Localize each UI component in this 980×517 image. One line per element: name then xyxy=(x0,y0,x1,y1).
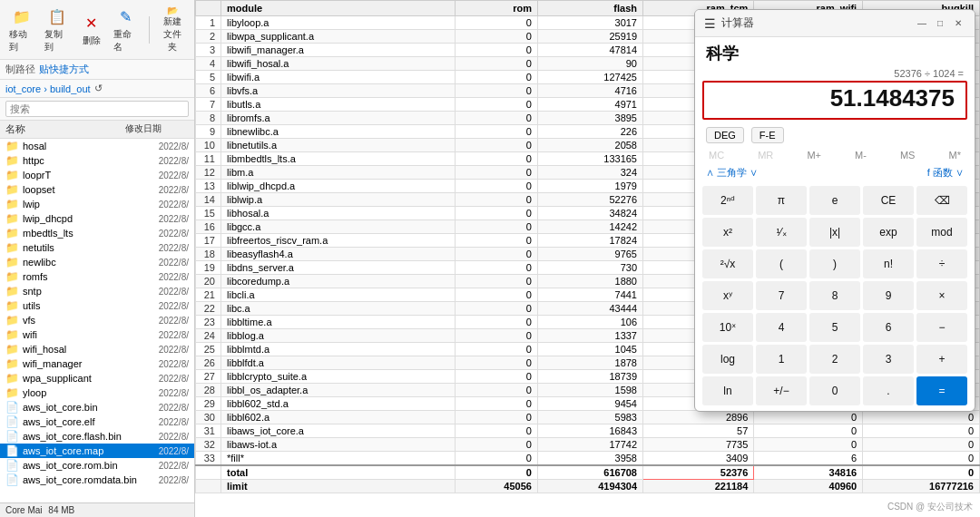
calc-btn-ln[interactable]: ln xyxy=(702,376,753,405)
table-cell: 1880 xyxy=(537,275,642,288)
table-cell: 9765 xyxy=(537,248,642,261)
calc-btn-[interactable]: ⌫ xyxy=(916,186,967,215)
calc-btn-[interactable]: + xyxy=(916,345,967,374)
calc-btn-10[interactable]: 10ˣ xyxy=(702,313,753,342)
mc-button[interactable]: MC xyxy=(706,149,727,161)
search-input[interactable] xyxy=(5,101,189,117)
table-cell: 2058 xyxy=(537,139,642,152)
mplus-button[interactable]: M+ xyxy=(804,149,824,161)
refresh-icon[interactable]: ↺ xyxy=(94,83,103,94)
calc-btn-[interactable]: ¹⁄ₓ xyxy=(756,218,807,247)
calc-btn-x[interactable]: x² xyxy=(702,218,753,247)
calc-btn-[interactable]: ) xyxy=(809,249,860,278)
trig-link[interactable]: ∧ 三角学 ∨ xyxy=(706,166,758,180)
list-item[interactable]: 📄 aws_iot_core.rom.bin 2022/8/ xyxy=(0,458,194,473)
list-item[interactable]: 📄 aws_iot_core.bin 2022/8/ xyxy=(0,400,194,415)
calc-btn-7[interactable]: 7 xyxy=(756,281,807,310)
calc-btn-8[interactable]: 8 xyxy=(809,281,860,310)
file-date: 2022/8/ xyxy=(139,301,189,311)
calc-btn-4[interactable]: 4 xyxy=(756,313,807,342)
list-item[interactable]: 📁 vfs 2022/8/ xyxy=(0,313,194,327)
table-cell: 0 xyxy=(456,71,538,84)
breadcrumb-path[interactable]: iot_core › build_out xyxy=(5,83,91,94)
table-cell: 17 xyxy=(196,234,221,248)
new-folder-button[interactable]: 📂 新建文件夹 xyxy=(157,4,189,55)
list-item[interactable]: 📁 yloop 2022/8/ xyxy=(0,385,194,400)
calc-btn-3[interactable]: 3 xyxy=(863,345,914,374)
file-date: 2022/8/ xyxy=(139,417,189,427)
table-cell: 0 xyxy=(863,452,980,466)
total-row: total061670852376348160 xyxy=(196,465,980,480)
list-item[interactable]: 📁 wifi 2022/8/ xyxy=(0,327,194,342)
path-row: 制路径 贴快捷方式 xyxy=(0,60,194,80)
move-button[interactable]: 📁 移动到 xyxy=(5,5,37,55)
close-button[interactable]: ✕ xyxy=(951,16,965,31)
list-item[interactable]: 📁 utils 2022/8/ xyxy=(0,298,194,313)
rename-button[interactable]: ✎ 重命名 xyxy=(110,5,142,55)
calc-btn-[interactable]: . xyxy=(863,376,914,405)
list-item[interactable]: 📁 httpc 2022/8/ xyxy=(0,153,194,168)
total-cell: 0 xyxy=(863,465,980,480)
table-row: 32libaws-iot.a017742773500 xyxy=(196,438,980,452)
list-item[interactable]: 📁 netutils 2022/8/ xyxy=(0,240,194,255)
mr-button[interactable]: MR xyxy=(755,149,776,161)
list-item[interactable]: 📁 loopset 2022/8/ xyxy=(0,182,194,197)
calc-btn-[interactable]: π xyxy=(756,186,807,215)
table-cell: libhosal.a xyxy=(221,207,456,220)
list-item[interactable]: 📄 aws_iot_core.flash.bin 2022/8/ xyxy=(0,429,194,444)
calc-btn-x[interactable]: ²√x xyxy=(702,249,753,278)
calc-btn-[interactable]: = xyxy=(916,376,967,405)
calc-btn-n[interactable]: n! xyxy=(863,249,914,278)
deg-button[interactable]: DEG xyxy=(706,127,744,143)
calc-btn-6[interactable]: 6 xyxy=(863,313,914,342)
calc-btn-[interactable]: ÷ xyxy=(916,249,967,278)
list-item[interactable]: 📁 wifi_hosal 2022/8/ xyxy=(0,342,194,356)
calc-btn-1[interactable]: 1 xyxy=(756,345,807,374)
list-item[interactable]: 📄 aws_iot_core.romdata.bin 2022/8/ xyxy=(0,473,194,487)
table-cell: 31 xyxy=(196,424,221,438)
minimize-button[interactable]: — xyxy=(915,16,929,31)
ms-button[interactable]: MS xyxy=(897,149,918,161)
delete-button[interactable]: ✕ 删除 xyxy=(77,11,106,49)
list-item[interactable]: 📁 mbedtls_lts 2022/8/ xyxy=(0,226,194,240)
list-item[interactable]: 📁 romfs 2022/8/ xyxy=(0,269,194,284)
copy-button[interactable]: 📋 复制到 xyxy=(41,5,73,55)
table-cell: 11 xyxy=(196,152,221,166)
list-item[interactable]: 📄 aws_iot_core.elf 2022/8/ xyxy=(0,415,194,429)
calc-btn-[interactable]: − xyxy=(916,313,967,342)
fe-button[interactable]: F-E xyxy=(751,127,784,143)
calc-btn-[interactable]: +/− xyxy=(756,376,807,405)
mminus-button[interactable]: M- xyxy=(852,149,869,161)
calc-btn-e[interactable]: e xyxy=(809,186,860,215)
calc-btn-2[interactable]: 2 xyxy=(809,345,860,374)
file-date: 2022/8/ xyxy=(139,403,189,413)
list-item[interactable]: 📁 lwip 2022/8/ xyxy=(0,197,194,211)
maximize-button[interactable]: □ xyxy=(933,16,947,31)
calc-btn-x[interactable]: |x| xyxy=(809,218,860,247)
calc-btn-5[interactable]: 5 xyxy=(809,313,860,342)
list-item[interactable]: 📁 sntp 2022/8/ xyxy=(0,284,194,298)
mstar-button[interactable]: M* xyxy=(946,149,964,161)
list-item[interactable]: 📁 wifi_manager 2022/8/ xyxy=(0,356,194,371)
list-item[interactable]: 📁 looprT 2022/8/ xyxy=(0,168,194,182)
calc-btn-[interactable]: ( xyxy=(756,249,807,278)
list-item[interactable]: 📁 wpa_supplicant 2022/8/ xyxy=(0,371,194,385)
list-item[interactable]: 📁 newlibc 2022/8/ xyxy=(0,255,194,269)
calc-btn-CE[interactable]: CE xyxy=(863,186,914,215)
table-cell: libbl602_std.a xyxy=(221,397,456,411)
list-item[interactable]: 📄 aws_iot_core.map 2022/8/ xyxy=(0,444,194,458)
calc-btn-log[interactable]: log xyxy=(702,345,753,374)
calc-btn-exp[interactable]: exp xyxy=(863,218,914,247)
calc-btn-mod[interactable]: mod xyxy=(916,218,967,247)
file-list: 📁 hosal 2022/8/ 📁 httpc 2022/8/ 📁 looprT… xyxy=(0,139,194,502)
menu-icon[interactable]: ☰ xyxy=(704,16,716,31)
calc-btn-9[interactable]: 9 xyxy=(863,281,914,310)
calc-buttons: 2ⁿᵈπeCE⌫x²¹⁄ₓ|x|expmod²√x()n!÷xʸ789×10ˣ4… xyxy=(695,182,975,411)
calc-btn-[interactable]: × xyxy=(916,281,967,310)
list-item[interactable]: 📁 lwip_dhcpd 2022/8/ xyxy=(0,211,194,226)
calc-btn-2[interactable]: 2ⁿᵈ xyxy=(702,186,753,215)
calc-btn-0[interactable]: 0 xyxy=(809,376,860,405)
list-item[interactable]: 📁 hosal 2022/8/ xyxy=(0,139,194,153)
func-link[interactable]: f 函数 ∨ xyxy=(927,166,964,180)
calc-btn-x[interactable]: xʸ xyxy=(702,281,753,310)
